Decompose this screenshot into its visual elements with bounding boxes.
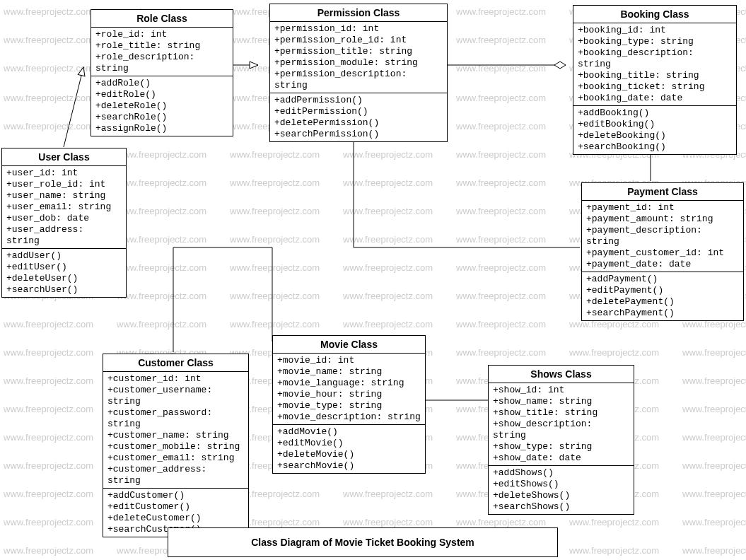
list-item: +deletePermission() [274, 117, 443, 129]
watermark: www.freeprojectz.com [230, 149, 320, 160]
list-item: +booking_id: int [578, 25, 732, 36]
watermark: www.freeprojectz.com [4, 545, 93, 556]
list-item: +movie_description: string [277, 412, 421, 423]
list-item: +payment_customer_id: int [586, 247, 739, 259]
class-title: Shows Class [489, 366, 634, 383]
watermark: www.freeprojectz.com [4, 35, 93, 45]
list-item: +permission_module: string [274, 57, 443, 69]
watermark: www.freeprojectz.com [456, 206, 546, 216]
watermark: www.freeprojectz.com [682, 347, 746, 358]
watermark: www.freeprojectz.com [569, 517, 659, 527]
diagram-canvas: www.freeprojectz.comwww.freeprojectz.com… [0, 0, 746, 560]
list-item: +role_title: string [95, 40, 228, 52]
watermark: www.freeprojectz.com [4, 517, 93, 527]
watermark: www.freeprojectz.com [230, 319, 320, 329]
watermark: www.freeprojectz.com [230, 234, 320, 245]
watermark: www.freeprojectz.com [682, 517, 746, 527]
list-item: +editBooking() [578, 119, 732, 130]
watermark: www.freeprojectz.com [4, 121, 93, 132]
list-item: +user_dob: date [6, 213, 122, 224]
list-item: +deleteCustomer() [107, 513, 244, 524]
list-item: +customer_email: string [107, 453, 244, 464]
watermark: www.freeprojectz.com [456, 149, 546, 160]
watermark: www.freeprojectz.com [343, 319, 433, 329]
list-item: +permission_title: string [274, 46, 443, 57]
watermark: www.freeprojectz.com [569, 347, 659, 358]
watermark: www.freeprojectz.com [682, 404, 746, 414]
watermark: www.freeprojectz.com [456, 234, 546, 245]
watermark: www.freeprojectz.com [456, 6, 546, 17]
class-title: Movie Class [273, 336, 425, 354]
class-title: Permission Class [270, 4, 447, 22]
watermark: www.freeprojectz.com [682, 375, 746, 386]
list-item: +show_id: int [493, 385, 629, 396]
class-title: Payment Class [582, 183, 743, 201]
watermark: www.freeprojectz.com [343, 262, 433, 273]
list-item: +permission_description: string [274, 69, 443, 91]
watermark: www.freeprojectz.com [343, 206, 433, 216]
watermark: www.freeprojectz.com [230, 177, 320, 188]
watermark: www.freeprojectz.com [343, 149, 433, 160]
list-item: +editPayment() [586, 285, 739, 296]
list-item: +customer_name: string [107, 430, 244, 441]
list-item: +show_title: string [493, 407, 629, 419]
watermark: www.freeprojectz.com [117, 291, 206, 301]
list-item: +searchBooking() [578, 141, 732, 153]
list-item: +movie_name: string [277, 366, 421, 378]
list-item: +user_role_id: int [6, 179, 122, 190]
list-item: +permission_role_id: int [274, 35, 443, 46]
list-item: +customer_password: string [107, 407, 244, 430]
watermark: www.freeprojectz.com [569, 545, 659, 556]
list-item: +movie_hour: string [277, 389, 421, 400]
list-item: +payment_amount: string [586, 214, 739, 225]
watermark: www.freeprojectz.com [343, 517, 433, 527]
class-role: Role Class +role_id: int+role_title: str… [91, 9, 233, 136]
list-item: +addBooking() [578, 107, 732, 119]
list-item: +editMovie() [277, 438, 421, 449]
watermark: www.freeprojectz.com [456, 177, 546, 188]
watermark: www.freeprojectz.com [230, 291, 320, 301]
list-item: +deleteUser() [6, 273, 122, 284]
watermark: www.freeprojectz.com [682, 432, 746, 443]
list-item: +searchPermission() [274, 129, 443, 140]
list-item: +searchRole() [95, 112, 228, 123]
list-item: +payment_date: date [586, 259, 739, 270]
watermark: www.freeprojectz.com [343, 177, 433, 188]
watermark: www.freeprojectz.com [4, 6, 93, 17]
attributes: +show_id: int+show_name: string+show_tit… [489, 383, 634, 466]
watermark: www.freeprojectz.com [456, 63, 546, 74]
class-shows: Shows Class +show_id: int+show_name: str… [488, 365, 634, 515]
list-item: +deleteShows() [493, 490, 629, 501]
watermark: www.freeprojectz.com [117, 177, 206, 188]
class-customer: Customer Class +customer_id: int+custome… [103, 354, 249, 537]
watermark: www.freeprojectz.com [456, 93, 546, 103]
attributes: +movie_id: int+movie_name: string+movie_… [273, 354, 425, 425]
class-title: Role Class [91, 10, 233, 28]
watermark: www.freeprojectz.com [4, 347, 93, 358]
list-item: +deletePayment() [586, 296, 739, 308]
list-item: +deleteRole() [95, 100, 228, 112]
attributes: +booking_id: int+booking_type: string+bo… [573, 23, 736, 106]
watermark: www.freeprojectz.com [117, 319, 206, 329]
list-item: +addMovie() [277, 426, 421, 438]
list-item: +customer_username: string [107, 385, 244, 407]
list-item: +payment_description: string [586, 225, 739, 247]
watermark: www.freeprojectz.com [456, 291, 546, 301]
list-item: +assignRole() [95, 123, 228, 134]
class-booking: Booking Class +booking_id: int+booking_t… [573, 5, 737, 155]
operations: +addPermission()+editPermission()+delete… [270, 93, 447, 141]
attributes: +role_id: int+role_title: string+role_de… [91, 28, 233, 76]
list-item: +searchShows() [493, 501, 629, 513]
watermark: www.freeprojectz.com [456, 319, 546, 329]
list-item: +booking_ticket: string [578, 81, 732, 93]
class-title: Booking Class [573, 6, 736, 23]
svg-line-0 [64, 67, 83, 147]
list-item: +customer_id: int [107, 373, 244, 385]
list-item: +booking_date: date [578, 93, 732, 104]
watermark: www.freeprojectz.com [682, 460, 746, 471]
list-item: +addShows() [493, 467, 629, 479]
watermark: www.freeprojectz.com [117, 234, 206, 245]
list-item: +searchUser() [6, 284, 122, 296]
watermark: www.freeprojectz.com [682, 545, 746, 556]
class-title: Customer Class [103, 354, 248, 372]
